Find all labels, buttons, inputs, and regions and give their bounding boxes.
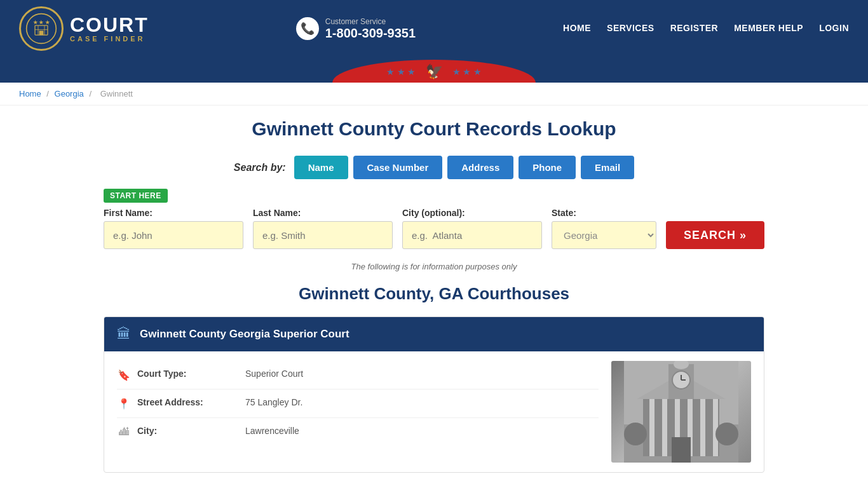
tab-email[interactable]: Email (581, 156, 634, 179)
court-type-label: Court Type: (137, 369, 239, 379)
state-label: State: (552, 208, 656, 218)
first-name-group: First Name: (104, 208, 243, 249)
last-name-input[interactable] (253, 221, 393, 249)
last-name-label: Last Name: (253, 208, 393, 218)
svg-text:★ ★ ★: ★ ★ ★ (33, 19, 50, 25)
nav-home[interactable]: HOME (563, 23, 591, 34)
start-here-badge: START HERE (104, 189, 168, 203)
tab-phone[interactable]: Phone (519, 156, 576, 179)
svg-rect-10 (649, 396, 654, 456)
main-nav: HOME SERVICES REGISTER MEMBER HELP LOGIN (563, 23, 849, 34)
nav-register[interactable]: REGISTER (670, 23, 719, 34)
stars-right: ★ ★ ★ (452, 67, 482, 77)
first-name-label: First Name: (104, 208, 243, 218)
stars-banner: ★ ★ ★ 🦅 ★ ★ ★ (0, 57, 868, 83)
nav-member-help[interactable]: MEMBER HELP (734, 23, 803, 34)
city-input[interactable] (402, 221, 542, 249)
court-type-row: 🔖 Court Type: Superior Court (117, 361, 599, 390)
tab-name[interactable]: Name (294, 156, 348, 179)
street-address-value: 75 Langley Dr. (245, 397, 302, 407)
eagle-icon: 🦅 (426, 64, 443, 80)
search-button[interactable]: SEARCH » (666, 221, 764, 249)
breadcrumb-gwinnett: Gwinnett (100, 89, 133, 98)
city-label: City (optional): (402, 208, 542, 218)
court-image (611, 361, 751, 463)
court-image-placeholder (611, 361, 751, 463)
breadcrumb-home[interactable]: Home (19, 89, 41, 98)
city-value: Lawrenceville (245, 426, 299, 436)
last-name-group: Last Name: (253, 208, 393, 249)
svg-point-23 (624, 423, 647, 445)
court-card-body: 🔖 Court Type: Superior Court 📍 Street Ad… (104, 351, 764, 472)
first-name-input[interactable] (104, 221, 243, 249)
court-name-link[interactable]: Gwinnett County Georgia Superior Court (140, 328, 349, 341)
svg-rect-22 (672, 437, 691, 463)
court-details: 🔖 Court Type: Superior Court 📍 Street Ad… (117, 361, 599, 463)
court-card-header: 🏛 Gwinnett County Georgia Superior Court (104, 317, 764, 351)
logo-title: COURT (70, 15, 149, 35)
info-note: The following is for information purpose… (104, 262, 764, 271)
city-label-detail: City: (137, 426, 239, 436)
state-select[interactable]: Georgia Alabama Florida Tennessee (552, 221, 656, 249)
courthouses-title: Gwinnett County, GA Courthouses (104, 284, 764, 304)
nav-services[interactable]: SERVICES (607, 23, 654, 34)
page-title: Gwinnett County Court Records Lookup (104, 118, 764, 140)
svg-rect-11 (662, 396, 667, 456)
logo-area: ★ ★ ★ COURT CASE FINDER (19, 6, 149, 51)
street-address-label: Street Address: (137, 397, 239, 407)
search-by-label: Search by: (234, 162, 286, 173)
main-content: Gwinnett County Court Records Lookup Sea… (85, 105, 783, 488)
city-row: 🏙 City: Lawrenceville (117, 418, 599, 445)
logo-text: COURT CASE FINDER (70, 15, 149, 43)
breadcrumb-georgia[interactable]: Georgia (55, 89, 84, 98)
city-icon: 🏙 (117, 426, 131, 438)
logo-subtitle: CASE FINDER (70, 35, 149, 43)
svg-point-0 (27, 14, 57, 44)
stars-left: ★ ★ ★ (386, 67, 416, 77)
court-building-icon: 🏛 (117, 326, 131, 342)
address-icon: 📍 (117, 398, 131, 410)
eagle-area: ★ ★ ★ 🦅 ★ ★ ★ (386, 64, 482, 80)
customer-service: 📞 Customer Service 1-800-309-9351 (296, 17, 416, 41)
court-type-icon: 🔖 (117, 369, 131, 381)
svg-rect-14 (700, 396, 705, 456)
breadcrumb-sep-1: / (46, 89, 51, 98)
tab-address[interactable]: Address (447, 156, 513, 179)
city-group: City (optional): (402, 208, 542, 249)
breadcrumb-sep-2: / (89, 89, 93, 98)
search-form-area: START HERE First Name: Last Name: City (… (104, 189, 764, 249)
cs-phone: 1-800-309-9351 (325, 26, 416, 41)
court-type-value: Superior Court (245, 369, 303, 379)
cs-label: Customer Service (325, 17, 416, 26)
svg-point-24 (715, 423, 738, 445)
logo-badge: ★ ★ ★ (19, 6, 64, 51)
search-by-row: Search by: Name Case Number Address Phon… (104, 156, 764, 179)
svg-rect-5 (39, 30, 44, 35)
street-address-row: 📍 Street Address: 75 Langley Dr. (117, 390, 599, 418)
court-card: 🏛 Gwinnett County Georgia Superior Court… (104, 316, 764, 473)
phone-icon: 📞 (296, 17, 319, 40)
form-row: First Name: Last Name: City (optional): … (104, 208, 764, 249)
tab-case-number[interactable]: Case Number (353, 156, 443, 179)
header: ★ ★ ★ COURT CASE FINDER 📞 Customer Servi… (0, 0, 868, 57)
nav-login[interactable]: LOGIN (819, 23, 849, 34)
svg-rect-15 (713, 396, 718, 456)
cs-info: Customer Service 1-800-309-9351 (325, 17, 416, 41)
breadcrumb: Home / Georgia / Gwinnett (0, 83, 868, 105)
state-group: State: Georgia Alabama Florida Tennessee (552, 208, 656, 249)
